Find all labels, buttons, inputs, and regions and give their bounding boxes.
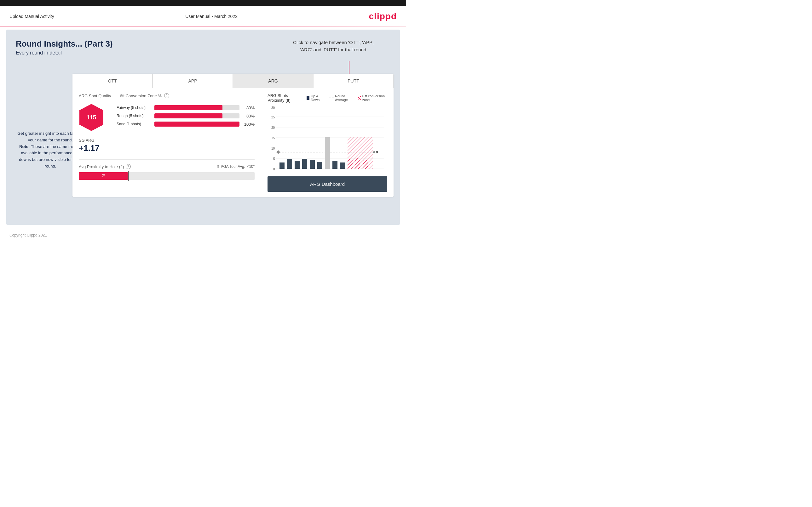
- footer: Copyright Clippd 2021: [0, 228, 406, 242]
- svg-rect-19: [280, 163, 285, 169]
- hexagon-score: 115: [79, 103, 104, 132]
- clippd-logo: clippd: [369, 11, 397, 21]
- svg-rect-24: [317, 162, 322, 169]
- svg-text:5: 5: [273, 157, 275, 161]
- proximity-header: Avg Proximity to Hole (ft) ? ⬆ PGA Tour …: [79, 164, 255, 169]
- legend: Up & Down Round Average 6 ft conversion …: [307, 94, 387, 102]
- insight-note: Note:: [19, 144, 30, 149]
- nav-hint-line1: Click to navigate between 'OTT', 'APP',: [293, 40, 375, 45]
- main-card: OTT APP ARG PUTT ARG Shot Quality 6ft Co…: [72, 74, 394, 197]
- svg-text:115: 115: [87, 114, 96, 121]
- upload-label: Upload Manual Activity: [9, 14, 54, 19]
- header-divider: [0, 26, 406, 26]
- card-body: ARG Shot Quality 6ft Conversion Zone % ?…: [72, 88, 394, 197]
- proximity-bar: 7': [79, 172, 255, 180]
- sg-label: SG ARG: [79, 138, 255, 143]
- legend-updown-icon: [307, 96, 310, 100]
- tabs: OTT APP ARG PUTT: [72, 74, 394, 88]
- left-panel: ARG Shot Quality 6ft Conversion Zone % ?…: [72, 88, 261, 197]
- svg-marker-16: [276, 150, 280, 154]
- arg-dashboard-button[interactable]: ARG Dashboard: [267, 176, 387, 192]
- top-bar: [0, 0, 406, 6]
- proximity-title: Avg Proximity to Hole (ft) ?: [79, 164, 131, 169]
- legend-round-avg-label: Round Average: [335, 94, 354, 102]
- sg-value: +1.17: [79, 143, 255, 153]
- legend-conversion-zone: 6 ft conversion zone: [358, 94, 387, 102]
- fairway-bar-container: [154, 105, 240, 110]
- sg-section: SG ARG +1.17: [79, 138, 255, 153]
- shot-quality-label: ARG Shot Quality: [79, 94, 111, 98]
- tab-app[interactable]: APP: [153, 74, 233, 88]
- svg-rect-21: [295, 161, 300, 169]
- conversion-label: 6ft Conversion Zone %: [120, 94, 162, 98]
- svg-rect-27: [340, 163, 345, 169]
- tab-putt[interactable]: PUTT: [313, 74, 394, 88]
- svg-rect-31: [348, 137, 373, 169]
- svg-text:15: 15: [271, 136, 275, 140]
- right-header: ARG Shots - Proximity (ft) Up & Down Rou…: [267, 93, 387, 103]
- sand-row: Sand (1 shots) 100%: [116, 122, 255, 127]
- svg-rect-23: [310, 160, 315, 169]
- copyright: Copyright Clippd 2021: [9, 233, 47, 237]
- proximity-value: 7': [102, 174, 105, 178]
- rough-pct: 80%: [243, 114, 255, 118]
- fairway-bar-fill: [154, 105, 222, 110]
- legend-updown: Up & Down: [307, 94, 325, 102]
- header: Upload Manual Activity User Manual - Mar…: [0, 6, 406, 26]
- proximity-help-icon[interactable]: ?: [126, 164, 131, 169]
- rough-row: Rough (5 shots) 80%: [116, 113, 255, 118]
- svg-text:25: 25: [271, 116, 275, 119]
- proximity-bar-fill: 7': [79, 172, 128, 180]
- legend-updown-label: Up & Down: [311, 94, 325, 102]
- tab-ott[interactable]: OTT: [72, 74, 153, 88]
- svg-rect-22: [302, 159, 307, 169]
- nav-hint-line2: 'ARG' and 'PUTT' for that round.: [300, 47, 367, 52]
- sand-pct: 100%: [243, 122, 255, 127]
- fairway-label: Fairway (5 shots): [116, 106, 151, 110]
- svg-text:10: 10: [271, 147, 275, 150]
- legend-round-avg-icon: [328, 98, 334, 98]
- right-title: ARG Shots - Proximity (ft): [267, 93, 307, 103]
- score-area: 115 Fairway (5 shots) 80%: [79, 103, 255, 132]
- right-panel: ARG Shots - Proximity (ft) Up & Down Rou…: [261, 88, 394, 197]
- main-content: Round Insights... (Part 3) Every round i…: [6, 30, 400, 225]
- svg-rect-25: [325, 137, 330, 169]
- rough-label: Rough (5 shots): [116, 114, 151, 118]
- svg-text:8: 8: [376, 150, 378, 154]
- sand-label: Sand (1 shots): [116, 122, 151, 126]
- svg-rect-20: [287, 159, 292, 169]
- panel-header: ARG Shot Quality 6ft Conversion Zone % ?: [79, 93, 255, 98]
- proximity-pga: ⬆ PGA Tour Avg: 7'10": [216, 164, 255, 169]
- legend-conversion-icon: [358, 96, 361, 100]
- svg-text:30: 30: [271, 106, 275, 110]
- rough-bar-container: [154, 113, 240, 118]
- sand-bar-container: [154, 122, 240, 127]
- proximity-cursor: [128, 171, 129, 181]
- fairway-row: Fairway (5 shots) 80%: [116, 105, 255, 110]
- sand-bar-fill: [154, 122, 240, 127]
- help-icon[interactable]: ?: [164, 93, 169, 98]
- rough-bar-fill: [154, 113, 222, 118]
- tab-arg[interactable]: ARG: [233, 74, 313, 88]
- chart-area: 0 5 10 15 20 25 30: [267, 106, 387, 173]
- manual-label: User Manual - March 2022: [185, 14, 238, 19]
- legend-conversion-label: 6 ft conversion zone: [362, 94, 387, 102]
- svg-text:0: 0: [273, 168, 275, 171]
- proximity-section: Avg Proximity to Hole (ft) ? ⬆ PGA Tour …: [79, 159, 255, 180]
- legend-round-avg: Round Average: [328, 94, 354, 102]
- svg-rect-26: [333, 161, 338, 169]
- shot-quality-bars: Fairway (5 shots) 80% Rough (5 shots): [116, 105, 255, 130]
- svg-text:20: 20: [271, 126, 275, 129]
- nav-hint: Click to navigate between 'OTT', 'APP', …: [293, 39, 375, 53]
- fairway-pct: 80%: [243, 106, 255, 110]
- arg-chart: 0 5 10 15 20 25 30: [267, 106, 387, 172]
